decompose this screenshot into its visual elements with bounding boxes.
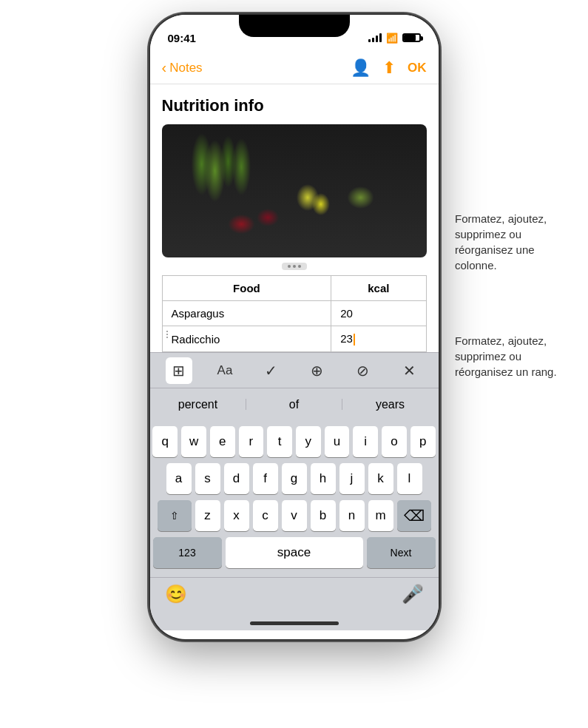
column-callout-text: Formatez, ajoutez, supprimez ou réorgani… — [455, 212, 547, 272]
nav-actions: 👤 ⬆ OK — [351, 58, 427, 78]
key-p[interactable]: p — [410, 426, 436, 457]
asparagus-food-cell[interactable]: Asparagus — [162, 301, 331, 326]
food-image-inner — [162, 124, 427, 257]
back-button[interactable]: ‹ Notes — [162, 59, 203, 76]
predictive-word-1[interactable]: percent — [150, 395, 246, 414]
status-time: 09:41 — [168, 32, 196, 44]
add-collaborator-icon[interactable]: 👤 — [351, 58, 371, 78]
key-t[interactable]: t — [267, 426, 292, 457]
handwriting-button[interactable]: ⊘ — [350, 357, 376, 384]
keyboard: q w e r t y u i o p a s d f g h j k l ⇧ … — [150, 420, 439, 577]
bottom-bar: 😊 🎤 — [150, 577, 439, 616]
keyboard-row-2: a s d f g h j k l — [153, 463, 436, 494]
nutrition-table: Food kcal Asparagus 20 Radicchio 23 — [162, 275, 427, 352]
chevron-left-icon: ‹ — [162, 59, 167, 76]
table-header-row: Food kcal — [162, 276, 426, 301]
key-j[interactable]: j — [339, 463, 365, 494]
close-toolbar-button[interactable]: ✕ — [396, 357, 422, 384]
key-v[interactable]: v — [282, 500, 307, 531]
battery-icon — [402, 33, 421, 42]
microphone-icon[interactable]: 🎤 — [402, 584, 424, 604]
insert-button[interactable]: ⊕ — [304, 357, 331, 384]
key-b[interactable]: b — [311, 500, 336, 531]
key-i[interactable]: i — [353, 426, 378, 457]
key-m[interactable]: m — [368, 500, 393, 531]
table-container: Food kcal Asparagus 20 Radicchio 23 — [162, 275, 427, 352]
key-e[interactable]: e — [210, 426, 235, 457]
content-area: Nutrition info Food kcal — [150, 84, 439, 352]
column-handle-dots[interactable] — [282, 263, 307, 270]
key-l[interactable]: l — [397, 463, 422, 494]
note-title[interactable]: Nutrition info — [162, 96, 427, 115]
col-kcal-header: kcal — [331, 276, 426, 301]
key-x[interactable]: x — [224, 500, 249, 531]
key-w[interactable]: w — [181, 426, 206, 457]
key-h[interactable]: h — [311, 463, 336, 494]
asparagus-kcal-cell[interactable]: 20 — [331, 301, 426, 326]
key-d[interactable]: d — [224, 463, 249, 494]
key-y[interactable]: y — [296, 426, 321, 457]
predictive-word-3[interactable]: years — [342, 395, 439, 414]
dot1 — [288, 265, 291, 268]
food-image — [162, 124, 427, 257]
space-key[interactable]: space — [226, 537, 363, 568]
dot2 — [293, 265, 296, 268]
table-format-button[interactable]: ⊞ — [166, 357, 192, 384]
checklist-button[interactable]: ✓ — [257, 357, 284, 384]
share-icon[interactable]: ⬆ — [382, 58, 396, 78]
predictive-bar: percent of years — [150, 388, 439, 420]
radicchio-kcal-cell[interactable]: 23 — [331, 326, 426, 352]
col-food-header: Food — [162, 276, 331, 301]
keyboard-row-1: q w e r t y u i o p — [153, 426, 436, 457]
key-o[interactable]: o — [382, 426, 407, 457]
row-callout: Formatez, ajoutez, supprimez ou réorgani… — [455, 333, 573, 380]
predictive-word-2[interactable]: of — [246, 395, 342, 414]
radicchio-food-cell[interactable]: Radicchio — [162, 326, 331, 352]
back-label: Notes — [169, 61, 202, 75]
emoji-icon[interactable]: 😊 — [165, 584, 187, 604]
keyboard-row-4: 123 space Next — [153, 537, 436, 568]
font-format-button[interactable]: Aa — [212, 357, 238, 384]
key-z[interactable]: z — [195, 500, 220, 531]
notch — [239, 15, 350, 37]
text-cursor — [354, 334, 355, 346]
home-indicator — [150, 616, 439, 630]
column-handle-area[interactable] — [162, 257, 427, 275]
key-k[interactable]: k — [368, 463, 393, 494]
numbers-key[interactable]: 123 — [153, 537, 222, 568]
key-s[interactable]: s — [195, 463, 220, 494]
backspace-key[interactable]: ⌫ — [397, 500, 431, 531]
key-u[interactable]: u — [325, 426, 350, 457]
wifi-icon: 📶 — [386, 33, 398, 44]
key-f[interactable]: f — [253, 463, 278, 494]
keyboard-row-3: ⇧ z x c v b n m ⌫ — [153, 500, 436, 531]
key-q[interactable]: q — [152, 426, 178, 457]
ok-button[interactable]: OK — [408, 61, 427, 75]
row-callout-text: Formatez, ajoutez, supprimez ou réorgani… — [455, 334, 557, 378]
next-key[interactable]: Next — [367, 537, 436, 568]
key-n[interactable]: n — [339, 500, 365, 531]
key-a[interactable]: a — [166, 463, 192, 494]
table-row[interactable]: Radicchio 23 — [162, 326, 426, 352]
key-g[interactable]: g — [282, 463, 307, 494]
column-callout: Formatez, ajoutez, supprimez ou réorgani… — [455, 211, 573, 273]
shift-key[interactable]: ⇧ — [158, 500, 192, 531]
formatting-toolbar: ⊞ Aa ✓ ⊕ ⊘ ✕ — [150, 352, 439, 388]
table-row[interactable]: Asparagus 20 — [162, 301, 426, 326]
key-r[interactable]: r — [239, 426, 264, 457]
nav-bar: ‹ Notes 👤 ⬆ OK — [150, 52, 439, 84]
status-icons: 📶 — [368, 33, 421, 44]
phone-frame: 09:41 📶 ‹ Notes 👤 ⬆ OK Nutrition in — [150, 15, 439, 639]
key-c[interactable]: c — [253, 500, 278, 531]
signal-icon — [368, 33, 382, 42]
home-bar — [250, 621, 339, 625]
row-handle[interactable] — [166, 331, 168, 338]
radicchio-kcal-value: 23 — [340, 332, 353, 345]
dot3 — [298, 265, 301, 268]
